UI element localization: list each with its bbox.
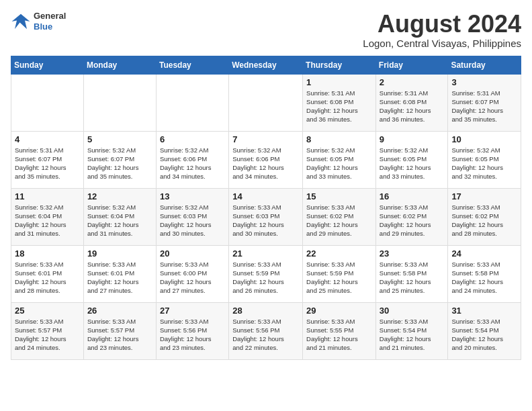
day-info: Sunrise: 5:33 AM Sunset: 5:54 PM Dayligh… xyxy=(380,317,445,353)
calendar-cell: 2Sunrise: 5:31 AM Sunset: 6:08 PM Daylig… xyxy=(375,74,448,131)
day-number: 28 xyxy=(232,306,299,316)
calendar-week-row: 1Sunrise: 5:31 AM Sunset: 6:08 PM Daylig… xyxy=(11,74,521,131)
calendar-cell: 21Sunrise: 5:33 AM Sunset: 5:59 PM Dayli… xyxy=(229,245,303,302)
logo-general: General xyxy=(34,11,66,21)
day-number: 23 xyxy=(380,248,445,259)
day-info: Sunrise: 5:33 AM Sunset: 5:57 PM Dayligh… xyxy=(15,317,80,353)
day-info: Sunrise: 5:32 AM Sunset: 6:04 PM Dayligh… xyxy=(87,203,152,238)
calendar-cell: 24Sunrise: 5:33 AM Sunset: 5:58 PM Dayli… xyxy=(448,245,521,302)
logo-blue: Blue xyxy=(34,21,66,32)
calendar-cell: 11Sunrise: 5:32 AM Sunset: 6:04 PM Dayli… xyxy=(11,188,84,245)
page-title: August 2024 xyxy=(363,11,521,38)
day-number: 11 xyxy=(15,191,80,201)
page-header: General Blue August 2024 Logon, Central … xyxy=(11,11,521,49)
day-info: Sunrise: 5:32 AM Sunset: 6:05 PM Dayligh… xyxy=(306,146,372,181)
day-info: Sunrise: 5:33 AM Sunset: 5:58 PM Dayligh… xyxy=(380,260,445,295)
day-number: 14 xyxy=(232,191,299,201)
day-number: 30 xyxy=(380,306,445,316)
day-info: Sunrise: 5:32 AM Sunset: 6:06 PM Dayligh… xyxy=(160,146,225,181)
day-info: Sunrise: 5:33 AM Sunset: 6:00 PM Dayligh… xyxy=(160,260,225,295)
weekday-header: Monday xyxy=(83,56,156,74)
weekday-header: Wednesday xyxy=(229,56,303,74)
page-subtitle: Logon, Central Visayas, Philippines xyxy=(363,38,521,49)
day-number: 1 xyxy=(306,77,372,87)
calendar-cell: 23Sunrise: 5:33 AM Sunset: 5:58 PM Dayli… xyxy=(375,245,448,302)
day-info: Sunrise: 5:33 AM Sunset: 5:56 PM Dayligh… xyxy=(232,317,299,353)
calendar-cell: 10Sunrise: 5:32 AM Sunset: 6:05 PM Dayli… xyxy=(448,131,521,188)
weekday-header: Thursday xyxy=(303,56,376,74)
day-info: Sunrise: 5:33 AM Sunset: 5:56 PM Dayligh… xyxy=(160,317,225,353)
day-number: 16 xyxy=(380,191,445,201)
calendar-cell: 9Sunrise: 5:32 AM Sunset: 6:05 PM Daylig… xyxy=(375,131,448,188)
calendar-cell: 16Sunrise: 5:33 AM Sunset: 6:02 PM Dayli… xyxy=(375,188,448,245)
calendar-week-row: 18Sunrise: 5:33 AM Sunset: 6:01 PM Dayli… xyxy=(11,245,521,302)
day-info: Sunrise: 5:33 AM Sunset: 5:59 PM Dayligh… xyxy=(306,260,372,295)
day-number: 8 xyxy=(306,134,372,144)
calendar-cell: 28Sunrise: 5:33 AM Sunset: 5:56 PM Dayli… xyxy=(229,302,303,359)
day-info: Sunrise: 5:33 AM Sunset: 6:01 PM Dayligh… xyxy=(87,260,152,295)
day-number: 2 xyxy=(380,77,445,87)
day-info: Sunrise: 5:33 AM Sunset: 6:02 PM Dayligh… xyxy=(306,203,372,238)
calendar-cell: 29Sunrise: 5:33 AM Sunset: 5:55 PM Dayli… xyxy=(303,302,376,359)
day-number: 18 xyxy=(15,248,80,259)
day-info: Sunrise: 5:31 AM Sunset: 6:08 PM Dayligh… xyxy=(380,89,445,124)
day-number: 21 xyxy=(232,248,299,259)
day-number: 10 xyxy=(451,134,517,144)
day-info: Sunrise: 5:33 AM Sunset: 5:54 PM Dayligh… xyxy=(451,317,517,353)
day-number: 31 xyxy=(451,306,517,316)
calendar-week-row: 4Sunrise: 5:31 AM Sunset: 6:07 PM Daylig… xyxy=(11,131,521,188)
calendar-cell xyxy=(156,74,228,131)
day-info: Sunrise: 5:31 AM Sunset: 6:07 PM Dayligh… xyxy=(15,146,80,181)
day-number: 29 xyxy=(306,306,372,316)
weekday-header: Saturday xyxy=(448,56,521,74)
day-number: 17 xyxy=(451,191,517,201)
day-info: Sunrise: 5:33 AM Sunset: 5:55 PM Dayligh… xyxy=(306,317,372,353)
calendar-cell: 15Sunrise: 5:33 AM Sunset: 6:02 PM Dayli… xyxy=(303,188,376,245)
calendar-cell: 27Sunrise: 5:33 AM Sunset: 5:56 PM Dayli… xyxy=(156,302,228,359)
day-info: Sunrise: 5:31 AM Sunset: 6:08 PM Dayligh… xyxy=(306,89,372,124)
day-number: 26 xyxy=(87,306,152,316)
day-info: Sunrise: 5:32 AM Sunset: 6:05 PM Dayligh… xyxy=(380,146,445,181)
day-number: 5 xyxy=(87,134,152,144)
logo-bird-icon xyxy=(11,11,31,32)
calendar-cell: 7Sunrise: 5:32 AM Sunset: 6:06 PM Daylig… xyxy=(229,131,303,188)
day-info: Sunrise: 5:33 AM Sunset: 5:59 PM Dayligh… xyxy=(232,260,299,295)
day-info: Sunrise: 5:33 AM Sunset: 5:58 PM Dayligh… xyxy=(451,260,517,295)
calendar-cell xyxy=(11,74,84,131)
day-number: 3 xyxy=(451,77,517,87)
day-info: Sunrise: 5:32 AM Sunset: 6:06 PM Dayligh… xyxy=(232,146,299,181)
day-number: 24 xyxy=(451,248,517,259)
day-info: Sunrise: 5:32 AM Sunset: 6:03 PM Dayligh… xyxy=(160,203,225,238)
calendar-cell xyxy=(229,74,303,131)
day-number: 19 xyxy=(87,248,152,259)
day-info: Sunrise: 5:33 AM Sunset: 6:01 PM Dayligh… xyxy=(15,260,80,295)
title-block: August 2024 Logon, Central Visayas, Phil… xyxy=(363,11,521,49)
day-info: Sunrise: 5:33 AM Sunset: 6:03 PM Dayligh… xyxy=(232,203,299,238)
day-info: Sunrise: 5:33 AM Sunset: 6:02 PM Dayligh… xyxy=(380,203,445,238)
day-number: 7 xyxy=(232,134,299,144)
day-info: Sunrise: 5:32 AM Sunset: 6:07 PM Dayligh… xyxy=(87,146,152,181)
calendar-cell: 30Sunrise: 5:33 AM Sunset: 5:54 PM Dayli… xyxy=(375,302,448,359)
calendar-cell: 1Sunrise: 5:31 AM Sunset: 6:08 PM Daylig… xyxy=(303,74,376,131)
svg-marker-0 xyxy=(12,13,30,29)
calendar-cell: 17Sunrise: 5:33 AM Sunset: 6:02 PM Dayli… xyxy=(448,188,521,245)
calendar-cell: 20Sunrise: 5:33 AM Sunset: 6:00 PM Dayli… xyxy=(156,245,228,302)
calendar-week-row: 25Sunrise: 5:33 AM Sunset: 5:57 PM Dayli… xyxy=(11,302,521,359)
day-number: 6 xyxy=(160,134,225,144)
day-number: 13 xyxy=(160,191,225,201)
day-number: 15 xyxy=(306,191,372,201)
day-number: 4 xyxy=(15,134,80,144)
logo: General Blue xyxy=(11,11,66,32)
logo-text: General Blue xyxy=(34,11,66,32)
weekday-header: Tuesday xyxy=(156,56,228,74)
calendar-cell: 14Sunrise: 5:33 AM Sunset: 6:03 PM Dayli… xyxy=(229,188,303,245)
header-row: SundayMondayTuesdayWednesdayThursdayFrid… xyxy=(11,56,521,74)
calendar-cell xyxy=(83,74,156,131)
calendar-cell: 19Sunrise: 5:33 AM Sunset: 6:01 PM Dayli… xyxy=(83,245,156,302)
day-number: 27 xyxy=(160,306,225,316)
day-number: 12 xyxy=(87,191,152,201)
day-number: 20 xyxy=(160,248,225,259)
calendar-cell: 18Sunrise: 5:33 AM Sunset: 6:01 PM Dayli… xyxy=(11,245,84,302)
day-number: 9 xyxy=(380,134,445,144)
day-info: Sunrise: 5:32 AM Sunset: 6:05 PM Dayligh… xyxy=(451,146,517,181)
